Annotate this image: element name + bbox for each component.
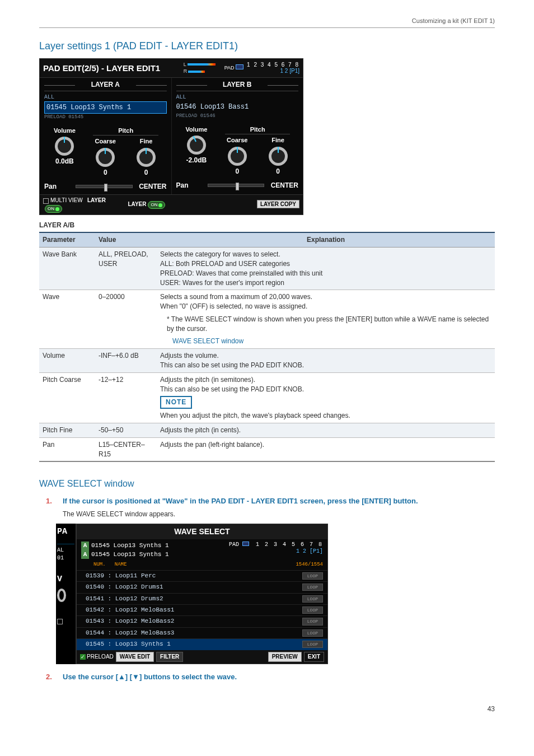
loop-badge: LOOP (302, 606, 323, 614)
loop-badge: LOOP (302, 629, 323, 637)
layer-a-pan-value: CENTER (136, 182, 167, 192)
layer-a-bank: ALL (44, 94, 167, 101)
knob-icon (57, 589, 66, 602)
section-title-wave-select: WAVE SELECT window (39, 478, 495, 490)
layer-b-fine-label: Fine (257, 136, 298, 144)
layer-b-toggle[interactable]: LAYERON (124, 199, 168, 210)
layer-b-title: LAYER B (176, 80, 299, 91)
layer-a-volume-knob[interactable] (55, 137, 74, 156)
breadcrumb: Customizing a kit (KIT EDIT 1) (39, 17, 495, 28)
layer-b-preload: PRELOAD 01546 (176, 113, 299, 120)
layer-b-pan-slider[interactable] (208, 184, 265, 187)
pad-number-selector: 1 2 3 4 5 6 7 8 1 2 [P1] (247, 62, 299, 74)
param-value: -INF–+6.0 dB (95, 349, 157, 373)
param-explanation: Adjusts the pitch (in semitones).This ca… (157, 372, 495, 423)
wave-select-link[interactable]: WAVE SELECT window (172, 337, 491, 346)
wave-select-header-2: 01545 Loop13 Synths 1 (91, 551, 169, 558)
preview-button[interactable]: PREVIEW (268, 652, 302, 662)
layer-b-wave[interactable]: 01546 Loop13 Bass1 (176, 101, 299, 113)
layer-b-fine-value: 0 (257, 167, 298, 176)
layer-b-coarse-knob[interactable] (228, 147, 247, 166)
layer-b-volume-knob[interactable] (187, 136, 206, 155)
th-parameter: Parameter (39, 232, 95, 247)
loop-badge: LOOP (302, 618, 323, 625)
wave-list-item[interactable]: 01542 : Loop12 MeloBass1LOOP (77, 604, 327, 615)
layer-b-pan-label: Pan (176, 181, 204, 190)
step-1-note: The WAVE SELECT window appears. (63, 510, 495, 519)
layer-ab-heading: LAYER A/B (39, 221, 495, 230)
wave-select-pad-indicator: PAD 1 2 3 4 5 6 7 8 1 2 [P1] (229, 542, 323, 555)
param-explanation: Selects the category for waves to select… (157, 248, 495, 290)
pad-edit-screenshot: PAD EDIT(2/5) - LAYER EDIT1 L R PAD 1 2 … (39, 58, 303, 215)
layer-a-fine-knob[interactable] (137, 148, 156, 167)
pad-edit-title: PAD EDIT(2/5) - LAYER EDIT1 (43, 62, 184, 74)
layer-a-tag-icon: A (81, 542, 89, 550)
loop-badge: LOOP (302, 641, 323, 648)
layer-a-coarse-label: Coarse (85, 137, 126, 146)
pad-indicator-label: PAD (224, 64, 243, 72)
wave-list-item[interactable]: 01545 : Loop13 Synths 1LOOP (77, 638, 327, 650)
layer-a-volume-value: 0.0dB (44, 157, 85, 166)
page-number: 43 (39, 704, 495, 714)
wave-list-item[interactable]: 01539 : Loop11 PercLOOP (77, 570, 327, 581)
layer-a-title: LAYER A (44, 80, 167, 91)
layer-b-volume-label: Volume (176, 125, 217, 134)
loop-badge: LOOP (302, 584, 323, 591)
param-name: Pan (39, 437, 95, 461)
section-title-layer-settings: Layer settings 1 (PAD EDIT - LAYER EDIT1… (39, 39, 495, 53)
multi-view-toggle[interactable]: MULTI VIEW LAYERON (40, 195, 124, 214)
param-explanation: Adjusts the volume.This can also be set … (157, 349, 495, 373)
step-2: 2. Use the cursor [▲] [▼] buttons to sel… (46, 672, 495, 682)
layer-a-preload: PRELOAD 01545 (44, 114, 167, 121)
param-name: Wave Bank (39, 248, 95, 290)
wave-list-item[interactable]: 01543 : Loop12 MeloBass2LOOP (77, 615, 327, 627)
layer-b-bank: ALL (176, 94, 299, 101)
layer-b-coarse-value: 0 (217, 167, 257, 176)
loop-badge: LOOP (302, 572, 323, 580)
loop-badge: LOOP (302, 595, 323, 603)
layer-a-pan-slider[interactable] (76, 185, 133, 188)
wave-select-screenshot: PA AL 01 V WAVE SELECT A01545 Loop13 Syn… (56, 524, 495, 664)
layer-a-coarse-value: 0 (85, 168, 126, 178)
wave-list-item[interactable]: 01540 : Loop12 Drums1LOOP (77, 581, 327, 592)
layer-a-volume-label: Volume (44, 127, 85, 135)
layer-a-coarse-knob[interactable] (96, 148, 115, 167)
layer-copy-button[interactable]: LAYER COPY (257, 200, 299, 208)
parameter-table: Parameter Value Explanation Wave BankALL… (39, 232, 495, 462)
step-1: 1. If the cursor is positioned at "Wave"… (46, 496, 495, 506)
layer-b-fine-knob[interactable] (269, 147, 288, 166)
param-explanation: Adjusts the pan (left-right balance). (157, 437, 495, 461)
param-value: 0–20000 (95, 290, 157, 349)
filter-button[interactable]: FILTER (156, 652, 183, 662)
layer-b-volume-value: -2.0dB (176, 156, 217, 165)
param-explanation: Selects a sound from a maximum of 20,000… (157, 290, 495, 349)
wave-list-item[interactable]: 01544 : Loop12 MeloBass3LOOP (77, 627, 327, 638)
layer-a-tag-icon: A (81, 550, 89, 559)
level-meters: L R (184, 61, 216, 75)
wave-select-header-1: 01545 Loop13 Synths 1 (91, 542, 169, 549)
layer-b-pan-value: CENTER (268, 181, 298, 190)
layer-a-pan-label: Pan (44, 182, 72, 192)
param-value: ALL, PRELOAD, USER (95, 248, 157, 290)
param-explanation: Adjusts the pitch (in cents). (157, 423, 495, 438)
param-value: -12–+12 (95, 372, 157, 423)
th-explanation: Explanation (157, 232, 495, 247)
layer-a-panel: LAYER A ALL 01545 Loop13 Synths 1 PRELOA… (40, 78, 171, 195)
th-value: Value (95, 232, 157, 247)
layer-a-fine-value: 0 (126, 168, 167, 178)
param-value: -50–+50 (95, 423, 157, 438)
param-name: Pitch Coarse (39, 372, 95, 423)
exit-button[interactable]: EXIT (304, 652, 324, 662)
layer-b-panel: LAYER B ALL 01546 Loop13 Bass1 PRELOAD 0… (171, 78, 303, 195)
preload-checkbox[interactable]: ✓PRELOAD (80, 653, 114, 661)
wave-list-item[interactable]: 01541 : Loop12 Drums2LOOP (77, 593, 327, 604)
checkbox-icon (57, 619, 63, 624)
param-value: L15–CENTER–R15 (95, 437, 157, 461)
layer-b-coarse-label: Coarse (217, 136, 257, 144)
wave-select-title: WAVE SELECT (77, 524, 327, 540)
wave-edit-button[interactable]: WAVE EDIT (116, 652, 154, 662)
param-name: Wave (39, 290, 95, 349)
layer-a-wave[interactable]: 01545 Loop13 Synths 1 (44, 101, 167, 114)
layer-a-fine-label: Fine (126, 137, 167, 146)
param-name: Pitch Fine (39, 423, 95, 438)
